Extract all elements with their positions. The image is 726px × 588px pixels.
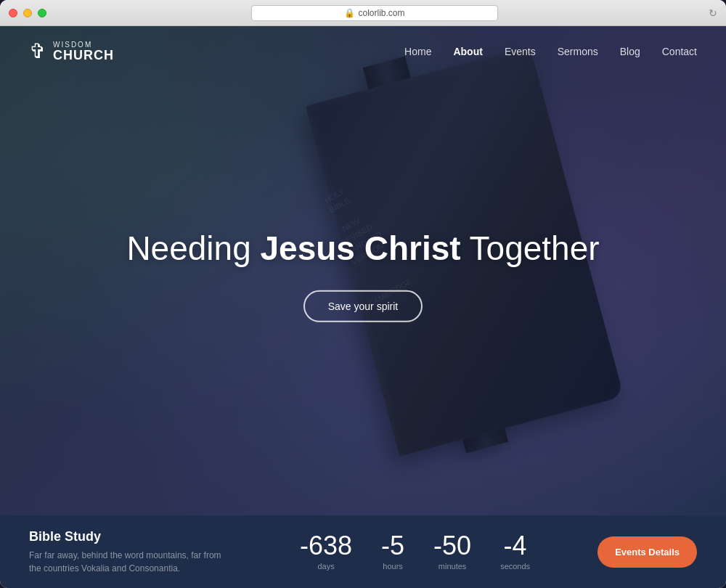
cross-icon: ✞ [29,41,46,62]
hero-title: Needing Jesus Christ Together [109,229,617,269]
hero-content: Needing Jesus Christ Together Save your … [109,229,617,322]
brand-logo[interactable]: ✞ WISDOM CHURCH [29,41,114,63]
countdown-minutes: -50 minutes [433,533,471,571]
address-bar: 🔒 colorlib.com [46,5,703,21]
nav-link-sermons[interactable]: Sermons [558,46,598,57]
hero-title-start: Needing [126,229,260,267]
event-description: Far far away, behind the word mountains,… [29,549,232,575]
nav-item-blog[interactable]: Blog [620,45,640,58]
nav-link-contact[interactable]: Contact [662,46,697,57]
nav-link-home[interactable]: Home [404,46,431,57]
navbar: ✞ WISDOM CHURCH Home About Events [0,26,726,77]
lock-icon: 🔒 [344,8,355,18]
minutes-value: -50 [433,533,471,559]
hero-cta-button[interactable]: Save your spirit [303,290,423,322]
seconds-value: -4 [500,533,530,559]
refresh-button[interactable]: ↻ [709,7,717,19]
title-bar: 🔒 colorlib.com ↻ [0,0,726,26]
event-title: Bible Study [29,529,232,544]
traffic-lights [9,9,46,17]
nav-link-about[interactable]: About [453,46,482,57]
close-button[interactable] [9,9,17,17]
days-value: -638 [300,533,352,559]
nav-links: Home About Events Sermons Blog [404,45,697,58]
browser-content: HOLYBIBLENEWREVISEDSTANDARDVERSIONCAMBRI… [0,26,726,588]
days-label: days [300,562,352,571]
brand-text: WISDOM CHURCH [53,41,114,63]
browser-window: 🔒 colorlib.com ↻ HOLYBIBLENEWREVISEDSTAN… [0,0,726,588]
minutes-label: minutes [433,562,471,571]
minimize-button[interactable] [23,9,32,17]
url-text: colorlib.com [358,8,404,18]
maximize-button[interactable] [38,9,46,17]
hours-value: -5 [381,533,404,559]
countdown-seconds: -4 seconds [500,533,530,571]
hero-title-end: Together [461,229,600,267]
brand-wisdom: WISDOM [53,41,114,49]
nav-item-events[interactable]: Events [505,45,536,58]
nav-item-home[interactable]: Home [404,45,431,58]
brand-church: CHURCH [53,49,114,63]
hours-label: hours [381,562,404,571]
nav-item-sermons[interactable]: Sermons [558,45,598,58]
countdown-timer: -638 days -5 hours -50 minutes -4 second… [232,533,597,571]
url-input[interactable]: 🔒 colorlib.com [251,5,498,21]
hero-section: HOLYBIBLENEWREVISEDSTANDARDVERSIONCAMBRI… [0,26,726,515]
stats-bar: Bible Study Far far away, behind the wor… [0,515,726,588]
hero-title-bold: Jesus Christ [261,229,461,267]
nav-item-about[interactable]: About [453,45,482,58]
countdown-days: -638 days [300,533,352,571]
event-info: Bible Study Far far away, behind the wor… [29,529,232,575]
nav-link-blog[interactable]: Blog [620,46,640,57]
nav-item-contact[interactable]: Contact [662,45,697,58]
seconds-label: seconds [500,562,530,571]
nav-link-events[interactable]: Events [505,46,536,57]
events-details-button[interactable]: Events Details [597,536,697,568]
countdown-hours: -5 hours [381,533,404,571]
